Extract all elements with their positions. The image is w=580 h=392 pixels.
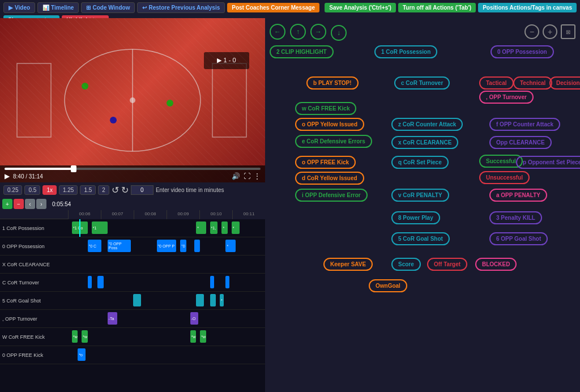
ruler-mark-3: 00:09 <box>167 210 199 219</box>
timeline-button[interactable]: 📊 Timeline <box>37 2 79 13</box>
forward-icon[interactable]: ↻ <box>121 185 129 195</box>
block-6-2[interactable]: *w <box>190 330 196 343</box>
tag-unsuccessful[interactable]: Unsuccessful <box>479 171 530 184</box>
block-3-3[interactable] <box>225 276 229 288</box>
block-1-4[interactable] <box>194 240 200 252</box>
tag-technical[interactable]: Technical <box>513 76 552 90</box>
block-1-1[interactable]: "0 OPP Poss <box>108 240 131 252</box>
prev-button[interactable]: ‹ <box>25 199 35 209</box>
tag-opp-penalty[interactable]: a OPP PENALTY <box>489 189 547 202</box>
post-coaches-button[interactable]: Post Coaches Corner Message <box>227 3 319 12</box>
block-4-2[interactable] <box>210 294 216 306</box>
more-icon[interactable]: ⋮ <box>254 172 261 180</box>
tag-off-target[interactable]: Off Target <box>427 258 467 271</box>
tag-cor-defensive[interactable]: e CoR Defensive Errors <box>295 135 372 148</box>
tag-own-goal[interactable]: OwnGoal <box>369 279 407 292</box>
tag-play-stop[interactable]: b PLAY STOP! <box>306 76 359 90</box>
save-button[interactable]: Save Analysis ('Ctrl+s') <box>325 3 396 12</box>
nav-down[interactable]: ↓ <box>331 25 347 41</box>
add-track-button[interactable]: + <box>2 199 12 209</box>
block-4-1[interactable] <box>196 294 204 306</box>
video-area: ▶ 1 - 0 ▶ 8:40 / 31:14 🔊 ⛶ ⋮ <box>0 18 265 182</box>
tag-opp-counter[interactable]: f OPP Counter Attack <box>489 118 560 131</box>
ruler-mark-1: 00:07 <box>101 210 134 219</box>
tag-opp-set-piece[interactable]: p Opponent Set Piece <box>516 156 580 169</box>
svg-text:▶ 1 - 0: ▶ 1 - 0 <box>217 57 236 63</box>
tag-opp-goal-shot[interactable]: 6 OPP Goal Shot <box>489 232 548 245</box>
nav-right[interactable]: → <box>310 24 326 40</box>
speed-125[interactable]: 1.25 <box>59 185 78 195</box>
zoom-out-button[interactable]: − <box>524 24 539 39</box>
time-input[interactable] <box>131 185 153 195</box>
track-label-5: , OPP Turnover <box>0 310 68 328</box>
next-button[interactable]: › <box>36 199 46 209</box>
block-1-2[interactable]: "0 OPP P <box>157 240 177 252</box>
tag-score[interactable]: Score <box>391 258 421 271</box>
block-0-2[interactable]: * <box>196 221 206 234</box>
block-5-0[interactable]: -Ta <box>108 312 117 325</box>
block-1-3[interactable]: "0 <box>180 240 186 252</box>
tag-opp-free-kick[interactable]: o OPP FREE Kick <box>295 156 356 169</box>
block-5-1[interactable]: -O <box>190 312 198 325</box>
tag-cor-turnover[interactable]: c CoR Turnover <box>394 76 450 90</box>
svg-point-8 <box>110 117 117 123</box>
block-0-3[interactable]: *1, <box>210 221 218 234</box>
video-button[interactable]: ▶ Video <box>3 2 35 13</box>
progress-bar[interactable] <box>5 168 261 170</box>
code-window-button[interactable]: ⊞ Code Window <box>81 2 135 13</box>
tag-penalty-kill[interactable]: 3 Penalty KILL <box>489 211 542 224</box>
tag-power-play[interactable]: 8 Power Play <box>391 211 440 224</box>
block-0-5[interactable]: * <box>232 221 240 234</box>
tag-cor-set-piece[interactable]: q CoR Set Piece <box>391 156 449 169</box>
block-7-0[interactable]: *o <box>78 348 86 361</box>
tag-blocked[interactable]: BLOCKED <box>475 258 517 271</box>
block-0-4[interactable]: * <box>221 221 227 234</box>
speed-15[interactable]: 1.5 <box>80 185 96 195</box>
tag-tactical[interactable]: Tactical <box>479 76 514 90</box>
time-display: 8:40 / 31:14 <box>13 173 228 180</box>
block-6-0[interactable]: *w <box>72 330 78 343</box>
block-1-0[interactable]: "0 C <box>88 240 101 252</box>
block-4-0[interactable] <box>133 294 141 306</box>
tag-cor-penalty[interactable]: v CoR PENALTY <box>391 189 449 202</box>
block-3-1[interactable] <box>97 276 103 288</box>
tag-clip-highlight[interactable]: 2 CLIP HIGHLIGHT <box>270 45 334 58</box>
tag-opp-clearance[interactable]: Opp CLEARANCE <box>489 136 552 149</box>
tag-cor-clearance[interactable]: x CoR CLEARANCE <box>391 136 458 149</box>
zoom-in-button[interactable]: + <box>543 24 557 39</box>
tag-cor-free-kick[interactable]: w CoR FREE Kick <box>295 102 356 115</box>
block-6-3[interactable]: *w <box>200 330 206 343</box>
block-4-3[interactable]: * <box>220 294 224 306</box>
block-3-0[interactable] <box>88 276 92 288</box>
tag-cor-counter[interactable]: z CoR Counter Attack <box>391 118 463 131</box>
play-icon[interactable]: ▶ <box>5 172 10 180</box>
block-0-1[interactable]: *1 <box>92 221 108 234</box>
speed-05[interactable]: 0.5 <box>24 185 40 195</box>
block-3-2[interactable] <box>210 276 214 288</box>
tag-cor-possession[interactable]: 1 CoR Possession <box>374 45 437 58</box>
tag-opp-possession[interactable]: 0 OPP Possession <box>491 45 554 58</box>
reset-icon[interactable]: ↺ <box>112 185 119 195</box>
tag-opp-defensive[interactable]: i OPP Defensive Error <box>295 189 368 202</box>
track-label-1: 0 OPP Possession <box>0 237 68 255</box>
nav-left[interactable]: ← <box>270 24 285 40</box>
tag-keeper-save[interactable]: Keeper SAVE <box>323 258 373 271</box>
speed-1x[interactable]: 1x <box>42 185 57 195</box>
volume-icon[interactable]: 🔊 <box>232 172 240 180</box>
block-6-1[interactable]: *w <box>82 330 87 343</box>
tag-cor-yellow[interactable]: d CoR Yellow Issued <box>295 172 364 185</box>
fullscreen-icon[interactable]: ⛶ <box>244 172 250 180</box>
turnoff-button[interactable]: Turn off all Actions ('Tab') <box>398 3 476 12</box>
speed-025[interactable]: 0.25 <box>3 185 22 195</box>
speed-2[interactable]: 2 <box>98 185 109 195</box>
tag-opp-turnover[interactable]: , OPP Turnover <box>479 91 534 104</box>
tag-decision[interactable]: Decision <box>549 76 580 90</box>
tag-cor-goal-shot[interactable]: 5 CoR Goal Shot <box>391 232 450 245</box>
nav-up[interactable]: ↑ <box>290 24 306 40</box>
tag-opp-yellow[interactable]: o OPP Yellow Issued <box>295 118 364 131</box>
restore-button[interactable]: ↩ Restore Previous Analysis <box>137 2 225 13</box>
positions-button[interactable]: Positions Actions/Tags in canvas <box>478 3 577 12</box>
fit-screen-button[interactable]: ⊠ <box>561 24 575 39</box>
remove-track-button[interactable]: − <box>14 199 24 209</box>
block-1-5[interactable]: * <box>225 240 235 252</box>
